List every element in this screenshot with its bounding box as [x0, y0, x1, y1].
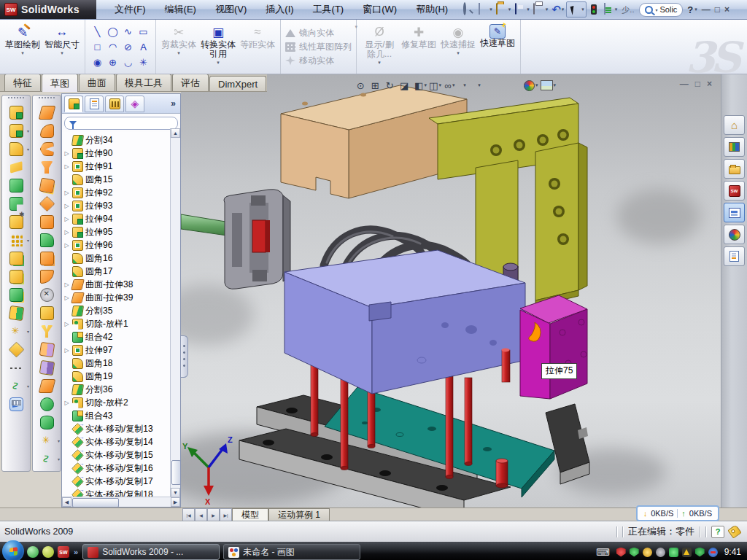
ribbon-tab[interactable]: 草图	[42, 74, 78, 92]
sketch-entity-button[interactable]: ⊕	[105, 55, 120, 70]
help-dropdown-icon[interactable]: ▾	[694, 7, 697, 12]
quick-launch-overflow-icon[interactable]: »	[74, 548, 78, 556]
toolbar-button[interactable]: ▾	[33, 104, 61, 122]
graphics-viewport[interactable]: Y Z X ⊙ ▾ ⊞ ▾	[181, 74, 721, 508]
start-button[interactable]	[2, 540, 24, 560]
tree-item[interactable]: ▷ 曲面-拉伸39	[63, 291, 180, 304]
toolbar-button[interactable]: ▾	[33, 231, 61, 249]
ribbon-tab[interactable]: 评估	[172, 74, 209, 91]
command-button[interactable]: ✎ 快速草图 ▾	[478, 22, 517, 71]
view-tool-button[interactable]: ⊙ ▾	[356, 79, 368, 92]
view-tool-button[interactable]: ▾	[473, 79, 485, 92]
document-tab[interactable]: 模型	[232, 508, 268, 521]
view-tool-button[interactable]: ⊞ ▾	[371, 79, 383, 92]
configuration-manager-tab[interactable]	[105, 96, 124, 112]
tray-security-icon[interactable]	[695, 548, 705, 557]
command-button[interactable]: ≈ 等距实体 ▾	[238, 22, 277, 71]
print-button[interactable]: ▾	[532, 2, 550, 17]
undo-button[interactable]: ↶▾	[550, 2, 565, 17]
tab-nav-button[interactable]: ▶	[207, 508, 220, 521]
rebuild-button[interactable]	[587, 2, 600, 17]
toolbar-button[interactable]: ▾	[2, 377, 30, 395]
scroll-up-icon[interactable]: ▲	[171, 128, 180, 138]
sketch-entity-button[interactable]: ▭	[136, 24, 151, 39]
chevron-down-icon[interactable]: ▾	[58, 456, 60, 462]
base-right-rail[interactable]	[546, 404, 589, 484]
chevron-down-icon[interactable]: ▾	[177, 50, 180, 56]
tree-item[interactable]: ▷ 圆角15	[63, 173, 180, 186]
tray-volume-icon[interactable]	[656, 548, 665, 557]
custom-properties-tab[interactable]	[724, 246, 745, 266]
chevron-down-icon[interactable]: ▾	[27, 147, 29, 152]
document-tab[interactable]: 运动算例 1	[268, 508, 330, 521]
tree-item[interactable]: ▷ 组合42	[63, 330, 180, 343]
sketch-entity-button[interactable]: ✳	[136, 55, 151, 70]
search-box[interactable]: ▾ Solic	[639, 3, 683, 17]
menu-item[interactable]: 视图(V)	[206, 1, 256, 18]
tree-item[interactable]: ▷ 分割36	[63, 383, 180, 396]
tray-antivirus-icon[interactable]	[616, 548, 626, 557]
toolbar-button[interactable]: ▾	[33, 158, 61, 176]
expand-arrow-icon[interactable]: ▷	[63, 216, 70, 222]
ribbon-tab[interactable]: 曲面	[79, 74, 115, 91]
close-button[interactable]: ×	[724, 4, 729, 15]
new-document-button[interactable]: ▾	[476, 2, 494, 17]
tree-item[interactable]: ▷ 圆角16	[63, 252, 180, 265]
toolbar-button[interactable]: ▾	[33, 122, 61, 140]
view-tool-button[interactable]: ▾	[458, 79, 471, 92]
doc-restore-button[interactable]: □	[695, 79, 700, 89]
tray-network-icon[interactable]	[669, 548, 678, 557]
tab-nav-button[interactable]: |◀	[182, 508, 195, 521]
search-input-value[interactable]: Solic	[660, 5, 678, 14]
home-tab[interactable]: ⌂	[724, 115, 745, 135]
sketch-entity-button[interactable]: A	[136, 39, 151, 55]
save-button[interactable]: ▾	[513, 2, 531, 17]
toolbar-button[interactable]: ▾	[2, 395, 30, 413]
chevron-down-icon[interactable]: ▾	[452, 82, 455, 88]
tree-item[interactable]: ▷ 实体-移动/复制15	[63, 448, 180, 462]
sketch-entity-button[interactable]: ◉	[90, 55, 105, 70]
tab-nav-button[interactable]: ◀	[195, 508, 207, 521]
property-manager-tab[interactable]	[85, 96, 104, 112]
tray-badge-icon[interactable]	[643, 548, 652, 557]
expand-arrow-icon[interactable]: ▷	[63, 150, 70, 157]
expand-arrow-icon[interactable]: ▷	[63, 400, 70, 406]
chevron-down-icon[interactable]: ▾	[58, 438, 60, 443]
keyboard-layout-icon[interactable]: ⌨	[596, 547, 610, 558]
tree-item[interactable]: ▷ 拉伸93	[63, 199, 180, 212]
chevron-down-icon[interactable]: ▾	[61, 50, 63, 56]
menu-item[interactable]: 帮助(H)	[406, 1, 457, 18]
scrollbar-thumb[interactable]	[72, 498, 119, 508]
tree-item[interactable]: ▷ 实体-移动/复制17	[63, 475, 180, 488]
view-tool-button[interactable]: ◪ ▾	[400, 79, 412, 92]
tree-filter-input[interactable]	[64, 117, 178, 130]
expand-arrow-icon[interactable]: ▷	[63, 163, 70, 170]
sketch-entity-button[interactable]: ╲	[90, 24, 105, 39]
command-button[interactable]: Ø 显示/删除几... ▾	[360, 22, 399, 71]
expand-arrow-icon[interactable]: ▷	[63, 229, 70, 236]
expand-arrow-icon[interactable]: ▷	[63, 203, 70, 209]
3d-model[interactable]: Y Z X	[181, 74, 721, 508]
toolbar-button[interactable]: ▾	[33, 286, 61, 304]
taskbar-button[interactable]: SolidWorks 2009 - ...	[82, 544, 220, 560]
tree-item[interactable]: ▷ 组合43	[63, 409, 180, 422]
command-button[interactable]: ▣ 转换实体引用 ▾	[198, 22, 238, 71]
sketch-entity-button[interactable]: ∿	[120, 24, 136, 39]
toolbar-button[interactable]: ▾	[33, 176, 61, 195]
tree-item[interactable]: ▷ 拉伸95	[63, 225, 180, 238]
menu-item[interactable]: 文件(F)	[105, 1, 155, 18]
tag-icon[interactable]	[727, 524, 741, 538]
panel-splitter-handle[interactable]	[181, 335, 188, 378]
doc-close-button[interactable]: ×	[707, 79, 712, 89]
tray-shield-icon[interactable]	[630, 548, 639, 557]
magenta-block[interactable]	[520, 295, 587, 399]
tray-update-icon[interactable]	[708, 548, 718, 557]
toolbar-button[interactable]: ▾	[33, 213, 61, 231]
expand-arrow-icon[interactable]: ▷	[63, 295, 70, 301]
tree-item[interactable]: ▷ 拉伸90	[63, 147, 180, 160]
command-button[interactable]: ✎ 草图绘制 ▾	[3, 22, 42, 71]
restore-button[interactable]: □	[715, 4, 720, 15]
tree-item[interactable]: ▷ 圆角17	[63, 265, 180, 278]
tree-item[interactable]: ▷ 分割34	[63, 133, 180, 147]
panel-overflow-button[interactable]: »	[171, 98, 178, 109]
